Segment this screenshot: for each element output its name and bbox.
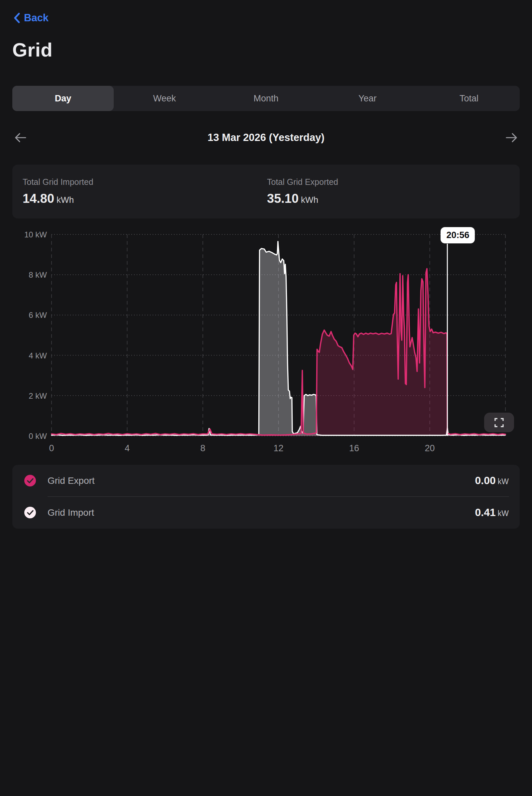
total-grid-imported-label: Total Grid Imported [23,177,93,187]
check-icon [27,478,34,484]
total-grid-imported-unit: kWh [57,195,74,205]
legend-value-grid-import: 0.41 kW [475,506,509,519]
y-axis-tick-label: 0 kW [28,432,47,440]
period-segmented-control: Day Week Month Year Total [12,86,520,111]
fullscreen-icon [494,417,505,428]
total-grid-exported-unit: kWh [301,195,318,205]
next-day-arrow-icon[interactable] [505,131,519,144]
legend-value-grid-export: 0.00 kW [475,474,509,487]
grid-power-chart[interactable]: 0 kW2 kW4 kW6 kW8 kW10 kW048121620 20:56 [0,231,532,456]
x-axis-tick-label: 16 [349,443,359,453]
x-axis-tick-label: 4 [125,443,130,453]
date-label: 13 Mar 2026 (Yesterday) [12,129,520,146]
x-axis-tick-label: 12 [273,443,283,453]
tab-year[interactable]: Year [317,86,418,111]
check-icon [27,510,34,515]
legend-label-grid-import: Grid Import [48,507,94,518]
fullscreen-button[interactable] [484,413,514,432]
legend-row-grid-export[interactable]: Grid Export 0.00 kW [12,465,520,496]
total-grid-exported-label: Total Grid Exported [267,177,338,187]
y-axis-tick-label: 10 kW [24,231,47,239]
chart-canvas: 0 kW2 kW4 kW6 kW8 kW10 kW048121620 [0,231,532,456]
grid-import-checkbox[interactable] [24,507,36,518]
total-grid-imported-stat: Total Grid Imported 14.80kWh [23,177,93,206]
total-grid-imported-value: 14.80kWh [23,191,93,206]
back-button[interactable]: Back [13,12,49,24]
tab-month[interactable]: Month [215,86,317,111]
y-axis-tick-label: 6 kW [28,310,47,320]
legend-row-grid-import[interactable]: Grid Import 0.41 kW [12,497,520,528]
y-axis-tick-label: 8 kW [28,270,47,279]
back-label: Back [24,12,49,24]
page-title: Grid [12,39,53,61]
total-grid-exported-value: 35.10kWh [267,191,338,206]
y-axis-tick-label: 4 kW [28,351,47,360]
total-grid-exported-stat: Total Grid Exported 35.10kWh [267,177,338,206]
x-axis-tick-label: 8 [200,443,205,453]
cursor-time-tooltip: 20:56 [440,227,475,243]
tab-day[interactable]: Day [12,86,114,111]
chevron-left-icon [13,12,21,24]
tab-total[interactable]: Total [418,86,520,111]
tab-week[interactable]: Week [114,86,215,111]
x-axis-tick-label: 0 [49,443,54,453]
date-navigator: 13 Mar 2026 (Yesterday) [12,129,520,146]
legend-label-grid-export: Grid Export [48,475,95,486]
y-axis-tick-label: 2 kW [28,391,47,400]
legend-card: Grid Export 0.00 kW Grid Import 0.41 kW [12,465,520,529]
grid-export-checkbox[interactable] [24,475,36,487]
x-axis-tick-label: 20 [424,443,435,453]
totals-card: Total Grid Imported 14.80kWh Total Grid … [12,165,520,219]
